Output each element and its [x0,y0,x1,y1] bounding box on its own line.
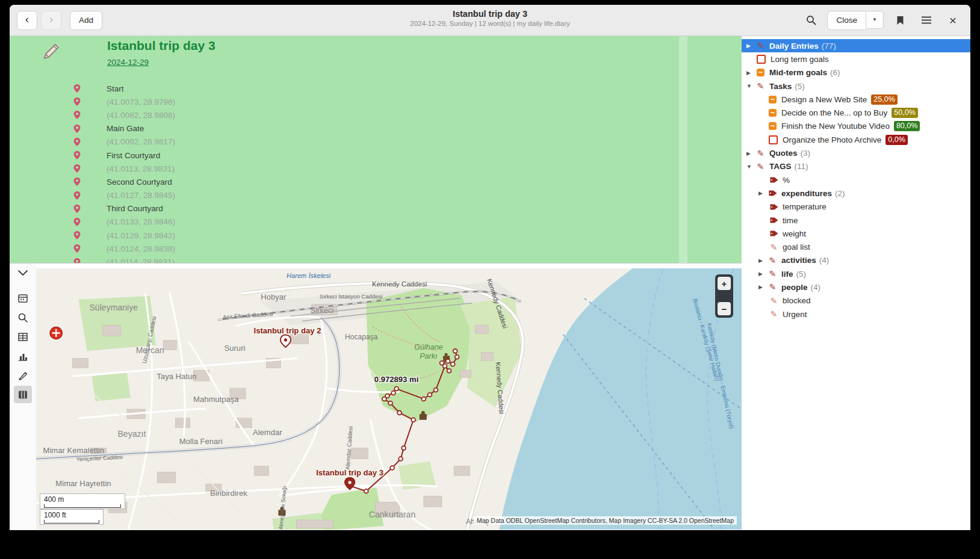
expander-icon[interactable]: ▶ [758,271,768,277]
diary-editor[interactable]: Istanbul trip day 3 2024-12-29 Start (41… [10,36,742,263]
close-dropdown-button[interactable]: ▼ [866,11,884,29]
editor-scrollbar[interactable] [679,36,687,263]
tree-item-label: Design a New Web Site [781,95,867,104]
map-view[interactable]: Harem İskelesi Kennedy Caddesi Hobyar Si… [36,268,742,530]
entry-line-text[interactable]: Third Courtyard [107,204,163,213]
calendar-tool-button[interactable] [14,289,32,307]
entry-line-text[interactable]: Second Courtyard [107,178,172,187]
entry-line[interactable]: Second Courtyard [10,175,742,188]
close-diary-button[interactable]: Close [827,11,866,30]
theme-tool-button[interactable] [14,366,32,384]
entry-line[interactable]: (41.0124, 28.9838) [10,242,742,255]
tree-item-label: Quotes [769,149,798,158]
map-tool-button[interactable] [14,386,32,403]
entry-line[interactable]: (41.0092, 28.9817) [10,135,742,149]
sidebar-item-tag-blocked[interactable]: ✎ blocked [742,294,970,307]
sidebar-item-tag-weight[interactable]: weight [742,227,970,240]
tree-item-label: Decide on the Ne... op to Buy [781,108,887,117]
sidebar-item-task-decide-laptop[interactable]: ~ Decide on the Ne... op to Buy 50,0% [742,106,970,119]
add-button[interactable]: Add [70,11,102,30]
entry-line[interactable]: Start [10,82,742,95]
entry-line[interactable]: (41.0127, 28.9845) [10,189,742,202]
sidebar-item-long-term-goals[interactable]: Long term goals [742,52,970,66]
expander-icon[interactable]: ▼ [746,164,756,170]
chart-tool-button[interactable] [14,347,32,365]
entry-line[interactable]: Main Gate [10,122,742,135]
search-button[interactable] [801,11,821,29]
tree-item-label: goal list [783,242,810,252]
expander-icon[interactable]: ▼ [746,83,756,89]
pencil-icon: ✎ [768,270,777,279]
search-tool-button[interactable] [14,309,32,326]
entry-line[interactable]: First Courtyard [10,149,742,162]
entry-line-text[interactable]: (41.0127, 28.9845) [107,191,175,200]
sidebar-item-tag-urgent[interactable]: ✎ Urgent [742,307,970,321]
sidebar-item-tag-goal-list[interactable]: ✎ goal list [742,240,970,253]
menu-button[interactable] [916,11,937,29]
back-button[interactable]: ‹ [17,11,37,30]
sidebar-item-tag-percent[interactable]: % [742,173,970,187]
entry-line-text[interactable]: (41.0073, 28.9796) [107,97,175,107]
entry-line[interactable]: (41.0133, 28.9846) [10,215,742,229]
entry-line-text[interactable]: First Courtyard [107,151,160,160]
header-title-block: Istanbul trip day 3 2024-12-29, Sunday |… [410,9,570,27]
map-canvas[interactable]: Harem İskelesi Kennedy Caddesi Hobyar Si… [36,268,742,530]
sidebar-item-task-finish-video[interactable]: ~ Finish the New Youtube Video 80,0% [742,120,970,133]
entry-line[interactable]: Third Courtyard [10,202,742,215]
entry-line-text[interactable]: Start [107,84,124,93]
sidebar-item-tag-time[interactable]: time [742,214,970,227]
forward-button[interactable]: › [41,11,61,30]
entry-line-text[interactable]: Main Gate [107,124,144,133]
map-icon [17,389,28,400]
expander-icon[interactable]: ▶ [746,43,756,49]
entry-line-text[interactable]: (41.0124, 28.9838) [107,244,175,253]
entry-line-text[interactable]: (41.0114, 28.9831) [107,258,175,263]
tag-icon [769,229,778,238]
sidebar-item-tags[interactable]: ▼ ✎ TAGS (11) [742,160,970,173]
expander-icon[interactable]: ▶ [758,284,768,290]
entry-line-text[interactable]: (41.0129, 28.9842) [107,231,175,240]
sidebar-item-tag-expenditures[interactable]: ▶ expenditures (2) [742,187,970,200]
tree-item-label: life [781,270,793,279]
sidebar-item-quotes[interactable]: ▶ ✎ Quotes (3) [742,146,970,159]
map-pin-icon [72,258,82,263]
entry-line[interactable]: (41.0114, 28.9831) [10,255,742,263]
sidebar-item-daily-entries[interactable]: ▶ ✎ Daily Entries (77) [742,39,970,52]
window-close-button[interactable]: × [943,11,963,29]
pencil-icon: ✎ [756,162,765,171]
sidebar-item-tasks[interactable]: ▼ ✎ Tasks (5) [742,79,970,93]
collapse-panel-button[interactable] [14,266,32,279]
sidebar-item-task-design-website[interactable]: ~ Design a New Web Site 25,0% [742,93,970,106]
pencil-icon: ✎ [769,296,778,305]
entry-title[interactable]: Istanbul trip day 3 [107,39,216,53]
expander-icon[interactable]: ▶ [758,258,768,264]
entry-line-text[interactable]: (41.0113, 28.9831) [107,164,175,173]
sidebar-item-tag-temperature[interactable]: temperature [742,200,970,214]
table-tool-button[interactable] [14,328,32,345]
entry-date-link[interactable]: 2024-12-29 [107,58,149,67]
tree-item-label: % [783,176,790,185]
expander-icon[interactable]: ▶ [758,190,768,196]
sidebar-item-tag-activities[interactable]: ▶ ✎ activities (4) [742,254,970,267]
entry-line-text[interactable]: (41.0082, 28.9808) [107,111,175,120]
zoom-out-button[interactable]: − [718,302,731,315]
expander-icon[interactable]: ▶ [746,70,756,76]
sidebar-item-mid-term-goals[interactable]: ▶ ~ Mid-term goals (6) [742,66,970,79]
pencil-icon: ✎ [756,42,765,51]
expander-icon[interactable]: ▶ [746,150,756,156]
entry-line[interactable]: (41.0113, 28.9831) [10,162,742,175]
entry-line[interactable]: (41.0129, 28.9842) [10,229,742,242]
add-location-button[interactable] [50,327,62,339]
pencil-icon: ✎ [768,256,777,265]
sidebar-item-task-organize-photos[interactable]: Organize the Photo Archive 0,0% [742,133,970,146]
zoom-in-button[interactable]: + [718,277,731,290]
entry-line-text[interactable]: (41.0092, 28.9817) [107,137,175,146]
bookmark-button[interactable] [890,11,910,29]
entry-line-text[interactable]: (41.0133, 28.9846) [107,217,175,226]
sidebar-item-tag-life[interactable]: ▶ ✎ life (5) [742,267,970,280]
entry-line[interactable]: (41.0082, 28.9808) [10,108,742,122]
street-label: Sururi [225,344,246,353]
sidebar-item-tag-people[interactable]: ▶ ✎ people (4) [742,280,970,294]
entry-line[interactable]: (41.0073, 28.9796) [10,95,742,108]
scale-metric-label: 400 m [44,495,64,504]
